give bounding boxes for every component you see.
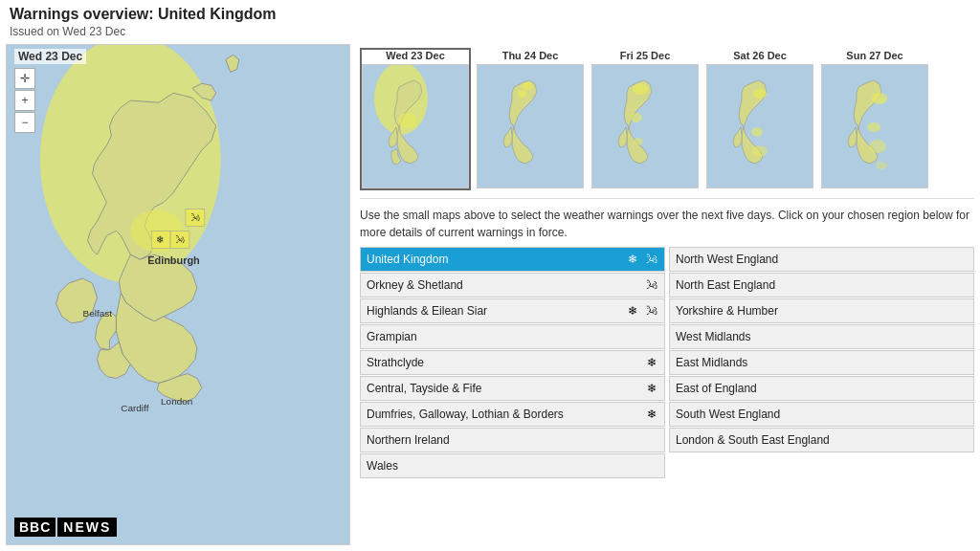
region-col-right: North West England North East England Yo… (669, 247, 974, 545)
zoom-out-button[interactable]: − (14, 112, 35, 133)
svg-point-20 (633, 83, 648, 95)
right-panel: Wed 23 Dec Thu 24 Dec (354, 44, 980, 545)
date-thumb-wed[interactable]: Wed 23 Dec (360, 48, 471, 190)
thumb-map-thu (477, 64, 584, 188)
svg-text:❄: ❄ (156, 234, 164, 245)
zoom-in-button[interactable]: + (14, 90, 35, 111)
page-title: Warnings overview: United Kingdom (0, 0, 980, 25)
wind-icon: 🌬 (643, 251, 660, 268)
region-row-strathclyde[interactable]: Strathclyde ❄ (360, 350, 665, 375)
region-name-uk: United Kingdom (361, 250, 624, 269)
region-icons-dumfries: ❄ (643, 406, 664, 423)
bbc-text: BBC (14, 518, 56, 537)
region-name-west-midlands: West Midlands (670, 327, 973, 346)
region-icons-uk: ❄ 🌬 (624, 251, 664, 268)
region-row-northern-ireland[interactable]: Northern Ireland (360, 428, 665, 452)
svg-point-30 (869, 140, 886, 153)
region-icons-orkney: 🌬 (643, 276, 664, 294)
region-row-dumfries[interactable]: Dumfries, Galloway, Lothian & Borders ❄ (360, 402, 665, 427)
svg-text:Cardiff: Cardiff (121, 403, 148, 413)
map-controls: ✛ + − (14, 68, 35, 133)
region-name-strathclyde: Strathclyde (361, 353, 643, 372)
date-thumb-sat[interactable]: Sat 26 Dec (704, 48, 815, 190)
region-row-london-se[interactable]: London & South East England (669, 428, 974, 452)
snow-icon: ❄ (624, 251, 641, 268)
wind-icon-orkney: 🌬 (643, 276, 660, 294)
region-name-east-england: East of England (670, 379, 973, 398)
svg-point-31 (876, 162, 887, 169)
svg-text:🌬: 🌬 (190, 212, 200, 223)
svg-point-15 (398, 113, 417, 128)
svg-point-21 (631, 113, 642, 122)
region-name-central: Central, Tayside & Fife (361, 379, 643, 398)
region-name-london-se: London & South East England (670, 430, 973, 450)
main-map-panel: Wed 23 Dec ✛ + − (6, 44, 350, 545)
region-row-east-england[interactable]: East of England (669, 376, 974, 401)
region-row-highlands[interactable]: Highlands & Eilean Siar ❄ 🌬 (360, 298, 665, 323)
region-name-yorkshire: Yorkshire & Humber (670, 301, 973, 320)
region-row-orkney[interactable]: Orkney & Shetland 🌬 (360, 273, 665, 298)
region-row-nw-england[interactable]: North West England (669, 247, 974, 272)
region-name-east-midlands: East Midlands (670, 353, 973, 372)
snow-icon-central: ❄ (643, 380, 660, 397)
date-thumb-fri[interactable]: Fri 25 Dec (590, 48, 701, 190)
snow-icon-dumfries: ❄ (643, 406, 660, 423)
svg-point-24 (753, 89, 767, 99)
svg-point-18 (518, 90, 527, 98)
wind-icon-highlands: 🌬 (643, 302, 660, 320)
svg-text:London: London (161, 396, 192, 407)
region-row-yorkshire[interactable]: Yorkshire & Humber (669, 298, 974, 323)
thumb-map-sat (706, 64, 813, 188)
region-row-ne-england[interactable]: North East England (669, 273, 974, 298)
region-row-uk[interactable]: United Kingdom ❄ 🌬 (360, 247, 665, 272)
region-row-grampian[interactable]: Grampian (360, 324, 665, 349)
thumb-map-sun (821, 64, 928, 188)
svg-point-29 (867, 122, 880, 132)
region-name-sw-england: South West England (670, 405, 973, 424)
svg-point-25 (751, 127, 763, 137)
region-row-west-midlands[interactable]: West Midlands (669, 324, 974, 349)
page-subtitle: Issued on Wed 23 Dec (0, 25, 980, 44)
pan-control[interactable]: ✛ (14, 68, 35, 89)
region-name-grampian: Grampian (361, 327, 664, 346)
thumb-map-fri (591, 64, 699, 188)
svg-text:Edinburgh: Edinburgh (147, 254, 200, 266)
map-date-label: Wed 23 Dec (14, 49, 86, 64)
date-thumb-thu[interactable]: Thu 24 Dec (475, 48, 586, 190)
region-row-wales[interactable]: Wales (360, 453, 665, 478)
region-icons-highlands: ❄ 🌬 (624, 302, 664, 320)
region-row-central[interactable]: Central, Tayside & Fife ❄ (360, 376, 665, 401)
svg-text:🌬: 🌬 (175, 234, 185, 245)
region-name-orkney: Orkney & Shetland (361, 276, 643, 295)
region-name-highlands: Highlands & Eilean Siar (361, 301, 624, 320)
svg-point-22 (634, 138, 643, 145)
region-name-wales: Wales (361, 456, 664, 475)
svg-text:Belfast: Belfast (83, 308, 113, 319)
region-name-northern-ireland: Northern Ireland (361, 430, 664, 450)
date-thumb-sun[interactable]: Sun 27 Dec (819, 48, 930, 190)
region-name-ne-england: North East England (670, 276, 973, 295)
region-icons-central: ❄ (643, 380, 664, 397)
snow-icon-strathclyde: ❄ (643, 354, 660, 371)
region-row-east-midlands[interactable]: East Midlands (669, 350, 974, 375)
region-name-dumfries: Dumfries, Galloway, Lothian & Borders (361, 405, 643, 424)
svg-point-17 (522, 82, 533, 90)
news-text: NEWS (57, 518, 117, 537)
region-table: United Kingdom ❄ 🌬 Orkney & Shetland 🌬 H… (360, 247, 974, 545)
svg-point-28 (872, 93, 887, 104)
region-col-left: United Kingdom ❄ 🌬 Orkney & Shetland 🌬 H… (360, 247, 665, 545)
date-thumbnails-row: Wed 23 Dec Thu 24 Dec (360, 44, 974, 199)
region-name-nw-england: North West England (670, 250, 973, 269)
region-row-sw-england[interactable]: South West England (669, 402, 974, 427)
thumb-map-wed (362, 64, 469, 188)
description-text: Use the small maps above to select the w… (360, 199, 974, 247)
snow-icon-highlands: ❄ (624, 302, 641, 320)
uk-map-svg: 🌬 ❄ 🌬 Edinburgh Belfast Cardiff London (7, 45, 349, 544)
region-icons-strathclyde: ❄ (643, 354, 664, 371)
svg-point-26 (752, 145, 768, 157)
bbc-news-logo: BBC NEWS (14, 518, 117, 537)
